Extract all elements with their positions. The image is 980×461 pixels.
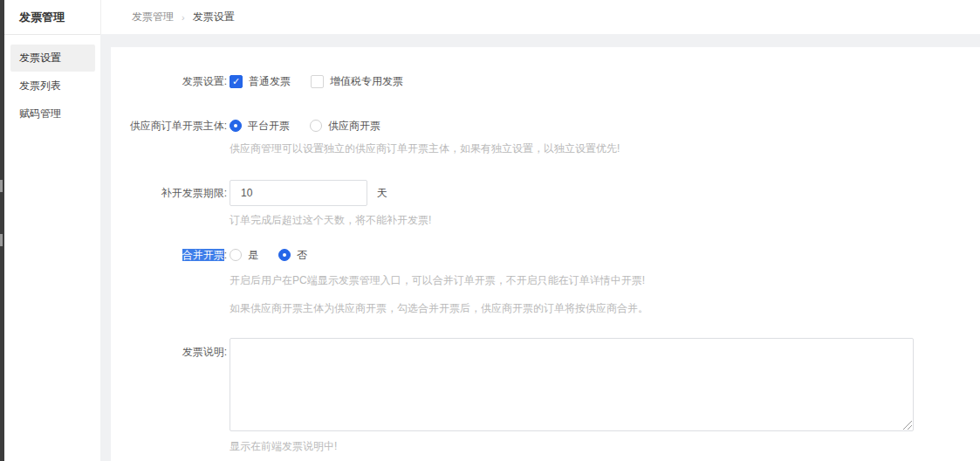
radio-unchecked-icon [310, 120, 322, 132]
invoice-note-hint: 显示在前端发票说明中! [230, 439, 980, 453]
reissue-period-input[interactable] [230, 180, 367, 206]
invoice-note-label: 发票说明: [111, 338, 227, 360]
sidebar-nav: 发票设置 发票列表 赋码管理 [4, 35, 100, 127]
invoice-type-label: 发票设置: [111, 73, 227, 89]
invoice-type-options: ✓ 普通发票 增值税专用发票 [230, 74, 403, 89]
supplier-subject-options: 平台开票 供应商开票 [230, 119, 380, 134]
breadcrumb-separator-icon: › [182, 12, 185, 23]
form-row-supplier-subject: 供应商订单开票主体: 平台开票 供应商开票 [111, 118, 980, 134]
checkbox-checked-icon: ✓ [230, 75, 243, 88]
app-root: 发票管理 发票设置 发票列表 赋码管理 发票管理 › 发票设置 发票设置: ✓ … [0, 0, 980, 461]
merge-invoice-label-highlighted: 合并开票 [182, 249, 224, 261]
merge-invoice-hint-1: 开启后用户在PC端显示发票管理入口，可以合并订单开票，不开启只能在订单详情中开票… [230, 273, 980, 287]
content-area: 发票设置: ✓ 普通发票 增值税专用发票 供应商订单开票主体: [100, 34, 980, 461]
merge-invoice-options: 是 否 [230, 248, 307, 263]
merge-invoice-label: 合并开票: [111, 247, 227, 263]
radio-platform-invoicing[interactable]: 平台开票 [230, 119, 290, 134]
reissue-period-hint: 订单完成后超过这个天数，将不能补开发票! [230, 213, 980, 227]
reissue-period-unit: 天 [377, 186, 387, 201]
invoice-note-textarea[interactable] [230, 338, 914, 431]
form-row-invoice-type: 发票设置: ✓ 普通发票 增值税专用发票 [111, 73, 980, 89]
supplier-subject-label: 供应商订单开票主体: [111, 118, 227, 134]
checkbox-unchecked-icon [311, 75, 324, 88]
radio-unchecked-icon [230, 249, 242, 261]
radio-merge-yes[interactable]: 是 [230, 248, 258, 263]
collapsed-nav-rail[interactable] [0, 0, 4, 461]
checkbox-ordinary-invoice[interactable]: ✓ 普通发票 [230, 74, 291, 89]
reissue-period-control: 天 [230, 180, 387, 206]
sidebar: 发票管理 发票设置 发票列表 赋码管理 [4, 0, 100, 461]
breadcrumb-item-current: 发票设置 [193, 10, 235, 24]
radio-merge-no[interactable]: 否 [278, 248, 307, 263]
checkbox-vat-special-invoice[interactable]: 增值税专用发票 [311, 74, 403, 89]
form-row-reissue-period: 补开发票期限: 天 [111, 180, 980, 206]
invoice-settings-card: 发票设置: ✓ 普通发票 增值税专用发票 供应商订单开票主体: [111, 47, 980, 461]
breadcrumb-bar: 发票管理 › 发票设置 [100, 0, 980, 34]
supplier-subject-hint: 供应商管理可以设置独立的供应商订单开票主体，如果有独立设置，以独立设置优先! [230, 141, 980, 155]
sidebar-title: 发票管理 [4, 0, 100, 35]
merge-invoice-label-colon: : [224, 249, 227, 261]
sidebar-item-invoice-list[interactable]: 发票列表 [10, 72, 95, 100]
form-row-invoice-note: 发票说明: [111, 338, 980, 431]
main-area: 发票管理 › 发票设置 发票设置: ✓ 普通发票 增值税专用发票 [100, 0, 980, 461]
radio-checked-icon [278, 249, 291, 261]
sidebar-item-code-management[interactable]: 赋码管理 [10, 100, 95, 127]
invoice-note-control [230, 338, 914, 431]
radio-checked-icon [230, 120, 242, 132]
form-row-merge-invoice: 合并开票: 是 否 [111, 247, 980, 263]
sidebar-item-invoice-settings[interactable]: 发票设置 [10, 45, 95, 72]
reissue-period-label: 补开发票期限: [111, 185, 227, 201]
merge-invoice-hint-2: 如果供应商开票主体为供应商开票，勾选合并开票后，供应商开票的订单将按供应商合并。 [230, 301, 980, 315]
rail-mark [0, 180, 3, 192]
breadcrumb-item-parent[interactable]: 发票管理 [132, 10, 174, 24]
rail-mark [0, 234, 3, 246]
radio-supplier-invoicing[interactable]: 供应商开票 [310, 119, 380, 134]
